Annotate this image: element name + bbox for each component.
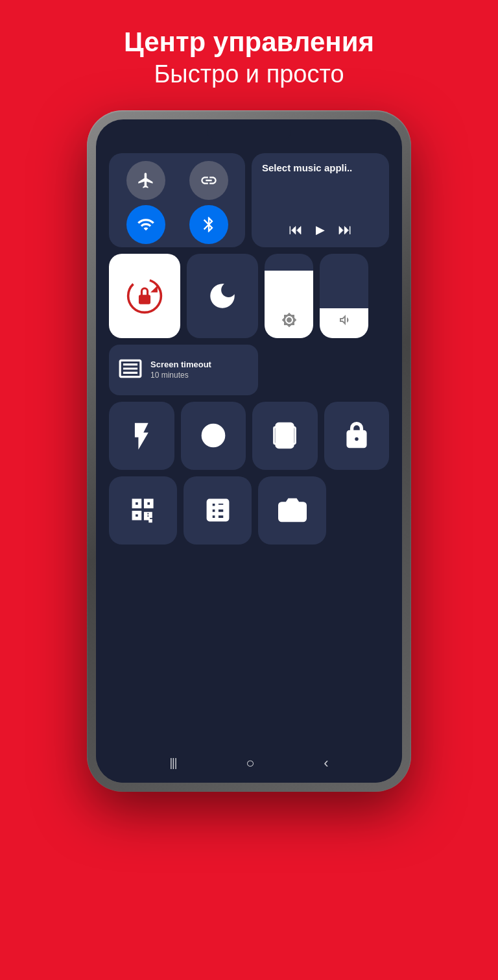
link-icon [200,171,218,190]
media-prev-button[interactable]: ⏮ [289,221,303,238]
nav-recent-button[interactable]: ||| [169,756,176,770]
calculator-button[interactable] [184,476,252,545]
volume-icon [337,312,352,328]
camera-button[interactable] [258,476,326,545]
nav-back-button[interactable]: ‹ [324,755,328,772]
notch-area [96,119,402,145]
navigation-bar: ||| ○ ‹ [96,744,402,783]
screen-timeout-text: Screen timeout 10 minutes [150,360,211,380]
bluetooth-icon [200,215,218,234]
dark-mode-button[interactable] [187,254,258,338]
airplane-icon [137,171,155,190]
notch [207,124,291,140]
volume-slider[interactable] [320,254,368,338]
calculator-icon [204,496,232,524]
screen-timeout-button[interactable]: Screen timeout 10 minutes [109,345,258,395]
record-icon [199,421,228,450]
wifi-icon [137,215,155,234]
brightness-slider[interactable] [265,254,313,338]
svg-point-7 [287,507,297,517]
media-next-button[interactable]: ⏭ [338,221,352,238]
row-tools [109,402,389,470]
media-play-button[interactable]: ▶ [316,223,325,237]
device-frame-icon [270,421,299,450]
media-player: Select music appli.. ⏮ ▶ ⏭ [252,153,389,247]
screen-timeout-svg [118,356,143,381]
screen-record-button[interactable] [181,402,246,470]
nav-home-button[interactable]: ○ [246,755,254,772]
row-screen-timeout: Screen timeout 10 minutes [109,345,389,395]
airplane-mode-button[interactable] [126,161,165,200]
control-center: Select music appli.. ⏮ ▶ ⏭ [96,145,402,744]
bluetooth-button[interactable] [189,205,228,244]
phone-frame: Select music appli.. ⏮ ▶ ⏭ [87,110,411,792]
svg-point-3 [208,431,218,441]
connectivity-grid [109,153,245,247]
wifi-button[interactable] [126,205,165,244]
volume-icon-bottom [337,312,352,330]
media-controls: ⏮ ▶ ⏭ [262,221,379,238]
rotation-svg [126,277,163,315]
app-subtitle: Быстро и просто [124,58,374,90]
lock-button[interactable] [324,402,390,470]
row-connectivity-media: Select music appli.. ⏮ ▶ ⏭ [109,153,389,247]
phone-screen: Select music appli.. ⏮ ▶ ⏭ [96,119,402,783]
svg-rect-1 [139,295,150,304]
qr-scanner-button[interactable] [109,476,177,545]
brightness-icon-bottom [281,312,297,330]
link-button[interactable] [189,161,228,200]
brightness-icon [281,312,297,328]
app-title: Центр управления [124,26,374,58]
row-toggles-sliders [109,254,389,338]
screen-rotation-button[interactable] [109,254,180,338]
screen-timeout-value: 10 minutes [150,371,211,380]
row-apps [109,476,389,545]
camera-icon [278,496,307,524]
flashlight-icon [127,421,156,450]
media-title: Select music appli.. [262,162,379,173]
rotation-icon [126,277,163,315]
device-frame-button[interactable] [252,402,318,470]
lock-icon [342,421,371,450]
moon-icon [206,280,239,312]
flashlight-button[interactable] [109,402,174,470]
screen-timeout-icon [118,356,143,384]
qr-icon [129,496,158,524]
screen-timeout-label: Screen timeout [150,360,211,369]
app-header: Центр управления Быстро и просто [124,26,374,91]
